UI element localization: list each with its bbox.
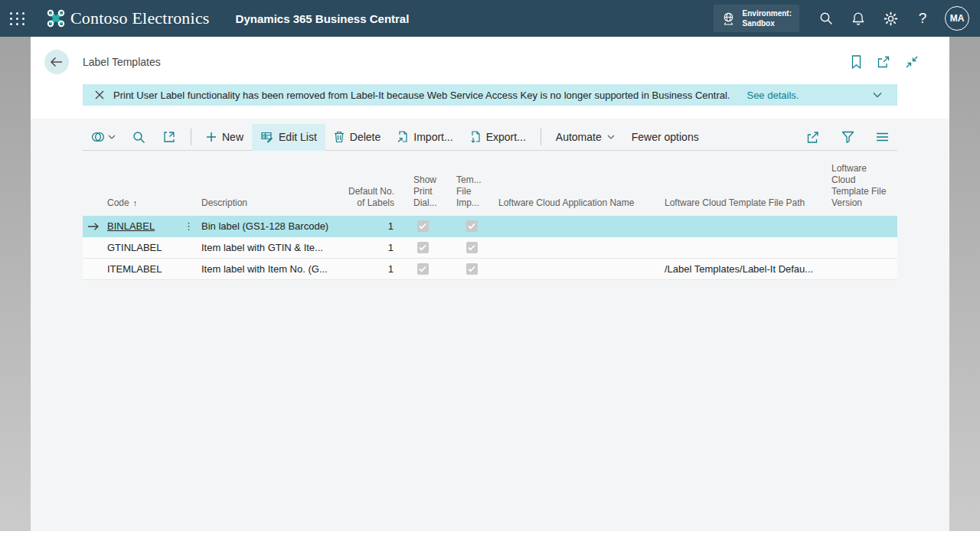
- checkbox-checked: [466, 220, 478, 232]
- filter-funnel-icon: [841, 131, 854, 143]
- column-header-show-print-dialog[interactable]: Show Print Dial...: [395, 174, 450, 216]
- list-icon: [876, 132, 889, 142]
- code-cell[interactable]: BINLABEL: [104, 216, 178, 236]
- top-navigation-bar: Contoso Electronics Dynamics 365 Busines…: [0, 0, 980, 37]
- edit-list-icon: [260, 131, 273, 143]
- settings-button[interactable]: [874, 0, 906, 37]
- column-header-code[interactable]: Code ↑: [104, 197, 178, 216]
- template-file-path-cell[interactable]: [658, 237, 824, 258]
- notification-expand-button[interactable]: [871, 90, 884, 99]
- application-name-cell[interactable]: [493, 259, 658, 279]
- checkbox-check-icon: [468, 244, 475, 251]
- views-icon: [91, 131, 106, 143]
- list-panel: New Edit List Delete: [31, 119, 949, 531]
- close-icon: [95, 90, 104, 99]
- search-list-button[interactable]: [128, 128, 150, 147]
- filter-button[interactable]: [837, 128, 859, 147]
- default-no-of-labels-cell[interactable]: 1: [345, 216, 395, 236]
- column-header-template-file-version[interactable]: Loftware Cloud Template File Version: [824, 163, 897, 216]
- column-header-options: [178, 209, 199, 216]
- template-file-path-cell[interactable]: [658, 216, 824, 236]
- plus-icon: [206, 132, 217, 142]
- page-card: Label Templates: [31, 37, 949, 531]
- column-header-template-file-path[interactable]: Loftware Cloud Template File Path: [658, 197, 824, 216]
- back-button[interactable]: [44, 50, 69, 74]
- sort-ascending-icon: ↑: [133, 197, 138, 209]
- edit-list-button[interactable]: Edit List: [252, 124, 325, 151]
- column-header-default-no-of-labels[interactable]: Default No. of Labels: [345, 186, 395, 216]
- share-icon: [806, 131, 820, 144]
- new-button[interactable]: New: [198, 124, 252, 151]
- table-row[interactable]: BINLABEL⋮Bin label (GS1-128 Barcode)1: [83, 216, 897, 237]
- right-arrow-icon: [87, 222, 100, 231]
- template-file-imported-cell: [450, 216, 493, 236]
- table-row[interactable]: GTINLABELItem label with GTIN & Ite...1: [83, 237, 897, 259]
- page-header: Label Templates: [31, 37, 949, 119]
- user-avatar[interactable]: MA: [945, 6, 969, 31]
- template-file-path-cell[interactable]: /Label Templates/Label-It Defau...: [658, 259, 824, 279]
- automate-button[interactable]: Automate: [547, 124, 623, 151]
- application-name-cell[interactable]: [493, 237, 658, 258]
- list-options-button[interactable]: [871, 128, 893, 147]
- show-print-dialog-cell: [395, 259, 450, 279]
- checkbox-check-icon: [468, 266, 475, 272]
- description-cell[interactable]: Item label with Item No. (G...: [199, 259, 345, 279]
- application-name-cell[interactable]: [493, 216, 658, 236]
- bell-icon: [851, 11, 865, 25]
- app-launcher-button[interactable]: [0, 0, 35, 37]
- code-cell[interactable]: ITEMLABEL: [104, 259, 178, 279]
- code-cell[interactable]: GTINLABEL: [104, 237, 178, 258]
- notification-message: Print User Label functionality has been …: [113, 90, 730, 101]
- open-in-new-window-button[interactable]: [875, 54, 892, 70]
- delete-button[interactable]: Delete: [325, 124, 389, 151]
- table-body: BINLABEL⋮Bin label (GS1-128 Barcode)1GTI…: [83, 216, 897, 280]
- brand-name: Contoso Electronics: [70, 8, 210, 28]
- column-header-marker: [83, 209, 104, 216]
- show-print-dialog-cell: [395, 216, 450, 236]
- row-more-options[interactable]: ⋮: [178, 216, 199, 236]
- template-file-version-cell[interactable]: [824, 259, 897, 279]
- design-icon: [162, 130, 176, 144]
- column-header-application-name[interactable]: Loftware Cloud Application Name: [493, 197, 658, 216]
- share-button[interactable]: [802, 128, 825, 147]
- template-file-version-cell[interactable]: [824, 216, 897, 236]
- export-button[interactable]: Export...: [462, 124, 534, 151]
- fewer-options-button[interactable]: Fewer options: [623, 124, 707, 151]
- table-row[interactable]: ITEMLABELItem label with Item No. (G...1…: [83, 259, 897, 280]
- help-button[interactable]: ?: [906, 0, 939, 37]
- table-header-row: Code ↑ Description Default No. of Labels…: [83, 151, 897, 216]
- chevron-down-icon: [108, 135, 116, 139]
- notification-bar: Print User Label functionality has been …: [83, 84, 897, 106]
- notification-close-button[interactable]: [93, 89, 106, 101]
- row-selector-arrow: [83, 237, 104, 258]
- description-cell[interactable]: Item label with GTIN & Ite...: [199, 237, 345, 258]
- notifications-button[interactable]: [842, 0, 874, 37]
- globe-icon: [721, 11, 736, 26]
- trash-icon: [334, 131, 345, 143]
- column-header-template-file-imported[interactable]: Tem... File Imp...: [450, 174, 493, 216]
- collapse-icon: [905, 55, 919, 69]
- import-button[interactable]: Import...: [389, 124, 461, 151]
- environment-badge[interactable]: Environment: Sandbox: [714, 5, 799, 32]
- help-icon: ?: [919, 10, 927, 27]
- design-button[interactable]: [158, 127, 181, 147]
- collapse-button[interactable]: [903, 54, 920, 70]
- default-no-of-labels-cell[interactable]: 1: [345, 237, 395, 258]
- brand[interactable]: Contoso Electronics: [46, 8, 210, 28]
- checkbox-checked: [417, 220, 429, 232]
- open-in-new-window-icon: [877, 55, 890, 69]
- template-file-version-cell[interactable]: [824, 237, 897, 258]
- action-toolbar: New Edit List Delete: [83, 124, 897, 151]
- search-button[interactable]: [810, 0, 842, 37]
- chevron-down-icon: [607, 135, 615, 139]
- column-header-description[interactable]: Description: [199, 197, 345, 216]
- waffle-icon: [10, 12, 25, 25]
- bottom-strip: [0, 531, 980, 551]
- bookmark-button[interactable]: [849, 54, 864, 70]
- checkbox-check-icon: [419, 244, 426, 251]
- see-details-link[interactable]: See details.: [746, 90, 799, 101]
- views-button[interactable]: [87, 128, 120, 146]
- default-no-of-labels-cell[interactable]: 1: [345, 259, 395, 279]
- description-cell[interactable]: Bin label (GS1-128 Barcode): [199, 216, 345, 236]
- product-title: Dynamics 365 Business Central: [236, 12, 410, 25]
